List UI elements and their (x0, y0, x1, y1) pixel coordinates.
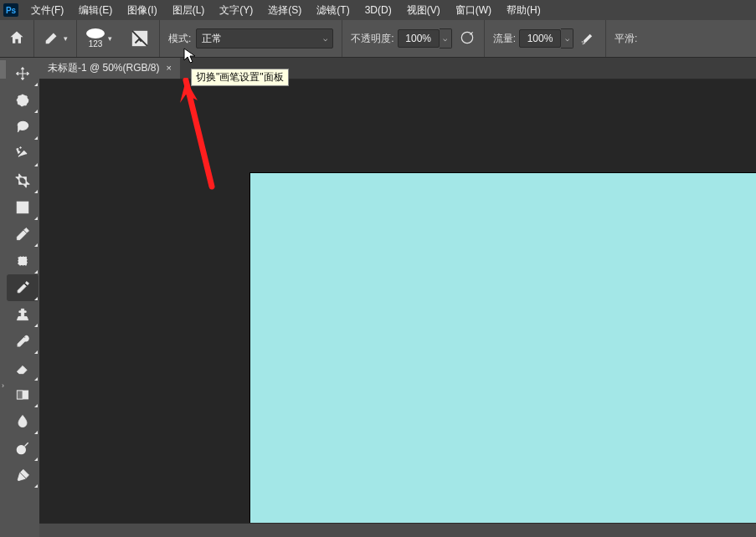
svg-point-13 (17, 446, 25, 454)
chevron-down-icon[interactable]: ▾ (108, 34, 112, 43)
brush-tool[interactable] (7, 274, 39, 301)
brush-size-value: 123 (89, 40, 103, 49)
airbrush-icon[interactable] (580, 29, 597, 49)
history-brush-tool[interactable] (7, 328, 39, 355)
healing-tool[interactable] (7, 248, 39, 274)
brush-circle-icon (86, 28, 105, 38)
frame-tool[interactable] (7, 194, 39, 221)
chevron-down-icon[interactable]: ▾ (64, 34, 68, 43)
scrollbar-horizontal[interactable] (39, 523, 756, 537)
options-bar: ▾ 123 ▾ 模式: 正常 ⌵ 不透明度: 100% ⌵ 流量: 100% ⌵ (0, 20, 756, 58)
blur-tool[interactable] (7, 408, 39, 435)
clone-stamp-tool[interactable] (7, 301, 39, 328)
menu-item[interactable]: 视图(V) (399, 0, 448, 20)
svg-point-4 (583, 43, 584, 43)
pressure-opacity-icon[interactable] (459, 29, 476, 49)
tool-panel (6, 57, 39, 537)
home-icon[interactable] (8, 29, 25, 49)
flow-label: 流量: (493, 32, 516, 46)
marquee-tool[interactable] (7, 87, 39, 114)
menu-item[interactable]: 文字(Y) (212, 0, 260, 20)
brush-preview[interactable]: 123 (85, 28, 105, 49)
toolbar-gutter: › (0, 57, 6, 537)
crop-tool[interactable] (7, 167, 39, 194)
menu-item[interactable]: 选择(S) (260, 0, 309, 20)
eraser-tool[interactable] (7, 355, 39, 381)
menu-item[interactable]: 图层(L) (165, 0, 213, 20)
close-icon[interactable]: × (167, 63, 172, 73)
smoothing-label: 平滑: (615, 32, 637, 46)
gradient-tool[interactable] (7, 381, 39, 408)
tool-preset-icon[interactable] (43, 28, 61, 49)
chevron-right-icon[interactable]: › (2, 381, 4, 390)
lasso-tool[interactable] (7, 114, 39, 141)
mode-label: 模式: (168, 32, 191, 46)
blend-mode-value: 正常 (202, 32, 222, 46)
eyedropper-tool[interactable] (7, 221, 39, 248)
tooltip: 切换"画笔设置"面板 (191, 69, 289, 86)
svg-point-2 (584, 42, 585, 43)
document-tab-bar: 未标题-1 @ 50%(RGB/8) × (39, 57, 756, 79)
brush-settings-panel-toggle-icon[interactable] (129, 28, 151, 49)
svg-point-5 (17, 95, 28, 105)
move-tool[interactable] (7, 60, 39, 87)
document-tab-title: 未标题-1 @ 50%(RGB/8) (48, 61, 160, 75)
svg-point-6 (17, 148, 18, 150)
svg-point-10 (21, 259, 23, 262)
menu-item[interactable]: 图像(I) (120, 0, 164, 20)
app-icon-ps: Ps (3, 3, 18, 17)
quick-select-tool[interactable] (7, 141, 39, 167)
document-tab[interactable]: 未标题-1 @ 50%(RGB/8) × (39, 57, 180, 79)
menu-item[interactable]: 帮助(H) (499, 0, 548, 20)
menu-item[interactable]: 窗口(W) (448, 0, 499, 20)
opacity-input[interactable]: 100% (398, 29, 440, 48)
document-area: 未标题-1 @ 50%(RGB/8) × (39, 57, 756, 537)
main-area: › 未标题-1 @ 50%(RGB/8) × (0, 57, 756, 537)
canvas-viewport[interactable] (39, 79, 756, 537)
menu-item[interactable]: 编辑(E) (71, 0, 120, 20)
menu-bar: Ps 文件(F)编辑(E)图像(I)图层(L)文字(Y)选择(S)滤镜(T)3D… (0, 0, 756, 20)
svg-rect-12 (17, 391, 23, 399)
svg-point-3 (582, 41, 584, 43)
chevron-down-icon[interactable]: ⌵ (561, 28, 573, 49)
svg-point-7 (20, 147, 22, 149)
menu-item[interactable]: 3D(D) (357, 0, 399, 20)
opacity-label: 不透明度: (351, 32, 393, 46)
dodge-tool[interactable] (7, 435, 39, 462)
menu-item[interactable]: 文件(F) (23, 0, 71, 20)
pen-tool[interactable] (7, 462, 39, 488)
flow-input[interactable]: 100% (519, 29, 561, 48)
cursor-icon (183, 48, 197, 67)
canvas[interactable] (250, 173, 756, 537)
blend-mode-dropdown[interactable]: 正常 ⌵ (196, 28, 333, 49)
chevron-down-icon[interactable]: ⌵ (440, 28, 452, 49)
chevron-down-icon: ⌵ (323, 34, 327, 43)
toolbar-grip-icon[interactable] (0, 60, 6, 79)
menu-item[interactable]: 滤镜(T) (309, 0, 357, 20)
